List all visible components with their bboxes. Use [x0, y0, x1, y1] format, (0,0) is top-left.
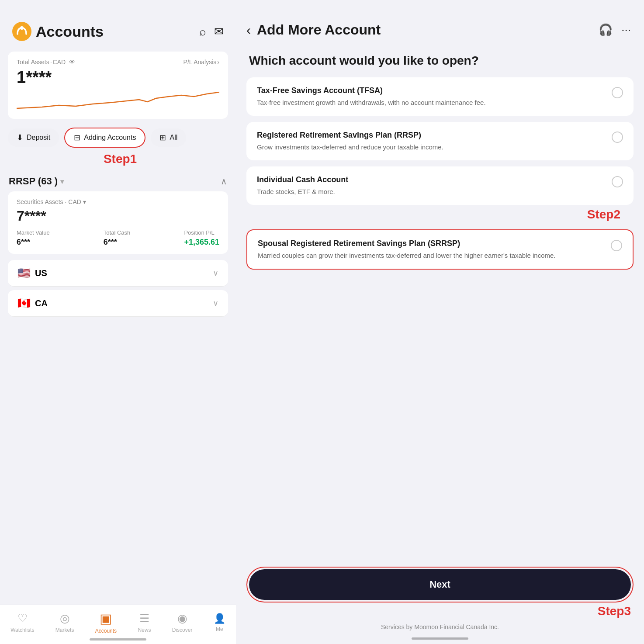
more-options-icon[interactable]: ··· — [621, 23, 631, 37]
nav-markets[interactable]: ◎ Markets — [55, 612, 74, 633]
srrsp-desc: Married couples can grow their investmen… — [258, 251, 604, 260]
tfsa-radio[interactable] — [612, 87, 623, 98]
step3-label: Step3 — [236, 604, 644, 618]
right-header: ‹ Add More Account 🎧 ··· — [236, 0, 644, 44]
rrsp-header: RRSP (63 ) ▾ ∧ — [0, 170, 236, 191]
nav-accounts[interactable]: ▣ Accounts — [95, 611, 117, 634]
adding-accounts-button[interactable]: ⊟ Adding Accounts — [64, 128, 145, 148]
assets-currency-label: Total Assets · CAD 👁 — [17, 59, 75, 66]
accounts-icon: ▣ — [100, 611, 112, 626]
currency-value[interactable]: CAD — [53, 59, 66, 66]
individual-cash-option[interactable]: Individual Cash Account Trade stocks, ET… — [246, 166, 634, 205]
rrsp-option[interactable]: Registered Retirement Savings Plan (RRSP… — [246, 122, 634, 160]
right-page-title: Add More Account — [257, 22, 381, 38]
news-icon: ☰ — [139, 612, 149, 625]
individual-cash-radio[interactable] — [612, 176, 623, 187]
nav-watchlists-label: Watchlists — [10, 627, 34, 633]
svg-point-1 — [20, 26, 24, 30]
nav-discover[interactable]: ◉ Discover — [172, 612, 193, 633]
ca-region-row[interactable]: 🇨🇦 CA ∨ — [8, 290, 228, 317]
app-logo — [12, 22, 31, 41]
individual-cash-title: Individual Cash Account — [257, 175, 605, 184]
ca-label: CA — [35, 298, 48, 308]
assets-label-row: Total Assets · CAD 👁 P/L Analysis › — [17, 59, 219, 66]
individual-cash-desc: Trade stocks, ETF & more. — [257, 187, 605, 196]
deposit-button[interactable]: ⬇ Deposit — [8, 128, 59, 147]
tfsa-option[interactable]: Tax-Free Savings Account (TFSA) Tax-free… — [246, 77, 634, 116]
chevron-down-icon[interactable]: ▾ — [60, 177, 64, 186]
us-region-row[interactable]: 🇺🇸 US ∨ — [8, 260, 228, 287]
total-assets-label: Total Assets — [17, 59, 49, 66]
rrsp-option-desc: Grow investments tax-deferred and reduce… — [257, 142, 605, 152]
us-region-left: 🇺🇸 US — [17, 267, 47, 279]
search-icon[interactable]: ⌕ — [199, 25, 206, 38]
srrsp-radio[interactable] — [611, 240, 622, 251]
discover-icon: ◉ — [177, 612, 187, 625]
account-options-list: Tax-Free Savings Account (TFSA) Tax-free… — [236, 77, 644, 561]
rrsp-radio[interactable] — [612, 132, 623, 143]
action-buttons: ⬇ Deposit ⊟ Adding Accounts ⊞ All — [8, 128, 228, 148]
srrsp-title: Spousal Registered Retirement Savings Pl… — [258, 239, 604, 248]
nav-news-label: News — [138, 627, 151, 633]
all-button[interactable]: ⊞ All — [151, 128, 186, 147]
right-header-actions: 🎧 ··· — [599, 23, 631, 37]
market-value-metric: Market Value 6*** — [17, 229, 50, 247]
securities-amount: 7**** — [17, 208, 219, 224]
right-subtitle: Which account would you like to open? — [236, 44, 644, 77]
assets-chart — [17, 89, 219, 113]
total-cash-label: Total Cash — [104, 229, 130, 236]
svg-point-0 — [12, 22, 31, 41]
us-label: US — [35, 268, 47, 278]
page-title: Accounts — [36, 23, 104, 40]
nav-me[interactable]: 👤 Me — [214, 613, 225, 632]
right-panel: ‹ Add More Account 🎧 ··· Which account w… — [236, 0, 644, 644]
position-pl-label: Position P/L — [184, 229, 219, 236]
nav-news[interactable]: ☰ News — [138, 612, 151, 633]
markets-icon: ◎ — [60, 612, 70, 625]
ca-expand-icon[interactable]: ∨ — [213, 298, 218, 308]
right-home-indicator — [412, 637, 468, 640]
position-pl-value: +1,365.61 — [184, 238, 219, 247]
back-button[interactable]: ‹ — [246, 23, 251, 38]
position-pl-metric: Position P/L +1,365.61 — [184, 229, 219, 247]
us-expand-icon[interactable]: ∨ — [213, 268, 218, 278]
pl-analysis-link[interactable]: P/L Analysis › — [184, 59, 219, 66]
left-panel: Accounts ⌕ ✉ Total Assets · CAD 👁 P/L An… — [0, 0, 236, 644]
step2-label: Step2 — [246, 208, 634, 222]
next-button-container: Next — [246, 567, 634, 602]
right-header-left: ‹ Add More Account — [246, 22, 381, 38]
grid-icon: ⊞ — [159, 133, 166, 142]
ca-flag-icon: 🇨🇦 — [17, 297, 31, 309]
currency-indicator: · — [50, 59, 52, 66]
headset-icon[interactable]: 🎧 — [599, 23, 613, 37]
header-left: Accounts — [12, 22, 104, 41]
spacer — [0, 317, 236, 598]
tfsa-desc: Tax-free investment growth and withdrawa… — [257, 98, 605, 107]
rrsp-option-text: Registered Retirement Savings Plan (RRSP… — [257, 131, 605, 152]
nav-accounts-label: Accounts — [95, 628, 117, 634]
srrsp-option[interactable]: Spousal Registered Retirement Savings Pl… — [246, 229, 634, 270]
metrics-row: Market Value 6*** Total Cash 6*** Positi… — [17, 229, 219, 247]
collapse-icon[interactable]: ∧ — [221, 176, 227, 187]
profile-icon: 👤 — [214, 613, 225, 624]
mail-icon[interactable]: ✉ — [214, 25, 224, 38]
us-flag-icon: 🇺🇸 — [17, 267, 31, 279]
nav-markets-label: Markets — [55, 627, 74, 633]
heart-icon: ♡ — [17, 612, 28, 625]
nav-discover-label: Discover — [172, 627, 193, 633]
ca-region-left: 🇨🇦 CA — [17, 297, 48, 309]
tfsa-option-text: Tax-Free Savings Account (TFSA) Tax-free… — [257, 86, 605, 107]
deposit-icon: ⬇ — [17, 133, 23, 142]
eye-icon[interactable]: 👁 — [69, 59, 75, 66]
srrsp-text: Spousal Registered Retirement Savings Pl… — [258, 239, 604, 260]
individual-cash-text: Individual Cash Account Trade stocks, ET… — [257, 175, 605, 196]
total-assets-value: 1**** — [17, 68, 219, 87]
securities-label: Securities Assets · CAD ▾ — [17, 198, 219, 205]
nav-watchlists[interactable]: ♡ Watchlists — [10, 612, 34, 633]
tfsa-title: Tax-Free Savings Account (TFSA) — [257, 86, 605, 95]
services-footer: Services by Moomoo Financial Canada Inc. — [236, 618, 644, 633]
market-value-label: Market Value — [17, 229, 50, 236]
market-value: 6*** — [17, 238, 50, 247]
currency-dropdown-icon[interactable]: ▾ — [83, 198, 86, 205]
next-button[interactable]: Next — [249, 569, 631, 600]
